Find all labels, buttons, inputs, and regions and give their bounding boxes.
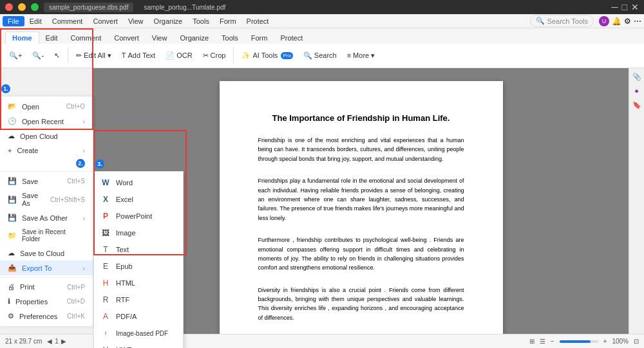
- image-pdf-label: Image-based PDF: [116, 330, 168, 337]
- ocr-button[interactable]: 📄 OCR: [162, 50, 196, 62]
- ribbon-tab-edit[interactable]: Edit: [39, 32, 64, 44]
- menu-item-open[interactable]: 📂 Open Ctrl+O: [0, 99, 93, 114]
- zoom-slider[interactable]: [560, 340, 598, 343]
- excel-icon: X: [100, 194, 111, 205]
- menu-item-save-as[interactable]: 💾 Save As Ctrl+Shift+S: [0, 188, 93, 210]
- more-options-icon[interactable]: ⋯: [634, 17, 641, 26]
- submenu-epub[interactable]: E Epub: [94, 258, 183, 275]
- ribbon-tab-tools[interactable]: Tools: [215, 32, 245, 44]
- open-shortcut: Ctrl+O: [66, 103, 85, 110]
- window-minimize-icon[interactable]: ─: [612, 2, 618, 12]
- prev-page-btn[interactable]: ◀: [47, 338, 52, 345]
- pdf-paragraph-1: Friendship is one of the most enriching …: [258, 136, 464, 163]
- fit-page-btn[interactable]: ⊡: [634, 338, 639, 345]
- submenu-excel[interactable]: X Excel: [94, 191, 183, 208]
- sidebar-btn-1[interactable]: 📎: [631, 71, 643, 82]
- menu-form[interactable]: Form: [214, 16, 242, 26]
- ribbon-tab-organize[interactable]: Organize: [173, 32, 215, 44]
- edit-all-button[interactable]: ✏ Edit All ▾: [72, 50, 115, 62]
- add-text-button[interactable]: T Add Text: [118, 50, 159, 61]
- menu-item-open-cloud[interactable]: ☁ Open Cloud: [0, 129, 93, 143]
- zoom-out-button[interactable]: 🔍-: [28, 50, 48, 62]
- zoom-in-status-btn[interactable]: +: [603, 338, 607, 345]
- create-arrow: ›: [82, 147, 85, 154]
- next-page-btn[interactable]: ▶: [61, 338, 66, 345]
- properties-label: Properties: [15, 298, 48, 306]
- menu-convert[interactable]: Convert: [88, 16, 123, 26]
- maximize-button[interactable]: [31, 3, 39, 11]
- menu-edit[interactable]: Edit: [24, 16, 47, 26]
- status-right: ⊞ ☰ − + 100% ⊡: [529, 338, 639, 345]
- menu-item-open-recent[interactable]: 🕒 Open Recent ›: [0, 114, 93, 129]
- menu-item-properties[interactable]: ℹ Properties Ctrl+D: [0, 294, 93, 309]
- sidebar-btn-3[interactable]: 🔖: [631, 99, 643, 111]
- menu-view[interactable]: View: [123, 16, 149, 26]
- menu-item-preferences[interactable]: ⚙ Preferences Ctrl+K: [0, 309, 93, 324]
- submenu-powerpoint[interactable]: P PowerPoint: [94, 208, 183, 224]
- menu-protect[interactable]: Protect: [242, 16, 274, 26]
- pdf-paragraph-3: Furthermore , friendship contributes to …: [258, 235, 464, 273]
- file-tab-1[interactable]: sample_portuguese.dbs.pdf: [44, 3, 133, 12]
- search-button[interactable]: 🔍 Search: [299, 50, 341, 62]
- menu-item-save[interactable]: 💾 Save Ctrl+S: [0, 174, 93, 188]
- ai-icon: ✨: [242, 51, 251, 60]
- search-tools-box[interactable]: 🔍 Search Tools: [530, 15, 594, 27]
- menu-item-print[interactable]: 🖨 Print Ctrl+P: [0, 280, 93, 294]
- menu-comment[interactable]: Comment: [47, 16, 88, 26]
- right-sidebar: 📎 ● 🔖: [629, 68, 644, 334]
- settings-icon[interactable]: ⚙: [624, 17, 631, 26]
- menu-file[interactable]: File: [3, 16, 24, 26]
- ribbon-tab-home[interactable]: Home: [5, 32, 39, 44]
- ribbon-tab-protect[interactable]: Protect: [274, 32, 309, 44]
- ribbon-tab-view[interactable]: View: [146, 32, 174, 44]
- layout-btn-2[interactable]: ☰: [540, 338, 545, 345]
- sidebar-btn-2[interactable]: ●: [631, 85, 643, 96]
- badge-1-area: 1.: [1, 84, 10, 93]
- zoom-in-button[interactable]: 🔍+: [5, 50, 26, 62]
- ribbon-tab-comment[interactable]: Comment: [64, 32, 108, 44]
- search-icon: 🔍: [536, 17, 545, 25]
- text-label: Text: [116, 246, 129, 253]
- window-maximize-icon[interactable]: □: [622, 2, 627, 12]
- minimize-button[interactable]: [18, 3, 26, 11]
- menu-tools[interactable]: Tools: [187, 16, 214, 26]
- menu-item-create[interactable]: + Create ›: [0, 143, 93, 158]
- export-submenu: 3. W Word X Excel P PowerPoint 🖼 Image T…: [93, 171, 184, 348]
- notification-icon[interactable]: 🔔: [612, 17, 621, 26]
- open-cloud-icon: ☁: [8, 132, 15, 140]
- submenu-text[interactable]: T Text: [94, 241, 183, 258]
- more-icon: ≡: [347, 51, 351, 59]
- select-tool-button[interactable]: ↖: [50, 50, 64, 62]
- pdfa-label: PDF/A: [116, 313, 137, 320]
- user-avatar[interactable]: U: [599, 16, 609, 26]
- submenu-pdfa[interactable]: A PDF/A: [94, 308, 183, 325]
- crop-button[interactable]: ✂ Crop: [199, 50, 230, 62]
- submenu-image-pdf[interactable]: I Image-based PDF: [94, 325, 183, 342]
- zoom-out-status-btn[interactable]: −: [551, 338, 554, 345]
- menu-item-save-as-other[interactable]: 💾 Save As Other ›: [0, 210, 93, 225]
- print-label: Print: [20, 283, 35, 291]
- close-button[interactable]: [5, 3, 13, 11]
- ribbon-tab-convert[interactable]: Convert: [108, 32, 146, 44]
- menu-item-export[interactable]: 📤 Export To ›: [0, 261, 93, 275]
- pdfa-icon: A: [100, 311, 111, 322]
- rtf-label: RTF: [116, 296, 129, 304]
- submenu-rtf[interactable]: R RTF: [94, 291, 183, 308]
- layout-btn-1[interactable]: ⊞: [529, 338, 535, 345]
- menu-bar: File Edit Comment Convert View Organize …: [0, 14, 644, 28]
- submenu-html[interactable]: H HTML: [94, 275, 183, 291]
- submenu-word[interactable]: W Word: [94, 174, 183, 191]
- file-tab-2[interactable]: sample_portug...Tumlate.pdf: [138, 3, 231, 12]
- menu-item-save-cloud[interactable]: ☁ Save to Cloud: [0, 246, 93, 261]
- more-button[interactable]: ≡ More ▾: [343, 50, 379, 62]
- submenu-image[interactable]: 🖼 Image: [94, 224, 183, 241]
- ai-tools-button[interactable]: ✨ AI Tools Pro: [238, 50, 296, 62]
- ribbon-tab-form[interactable]: Form: [245, 32, 274, 44]
- menu-organize[interactable]: Organize: [149, 16, 188, 26]
- search-tool-label: Search: [314, 51, 337, 59]
- submenu-hwp[interactable]: H HWP: [94, 342, 183, 348]
- save-as-other-arrow: ›: [82, 214, 85, 222]
- save-as-other-label: Save As Other: [22, 214, 68, 222]
- window-close-icon[interactable]: ✕: [631, 2, 639, 12]
- menu-item-save-recent[interactable]: 📁 Save in Recent Folder: [0, 225, 93, 246]
